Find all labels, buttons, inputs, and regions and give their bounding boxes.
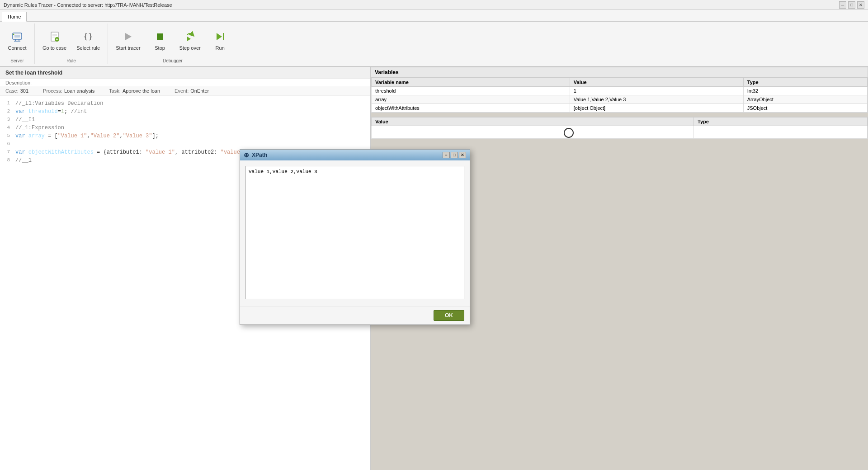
xpath-dialog-title: XPath bbox=[252, 152, 267, 158]
xpath-ok-button[interactable]: OK bbox=[434, 310, 464, 321]
dialog-close-button[interactable]: ✕ bbox=[459, 152, 466, 158]
dialog-title-left: ⊕ XPath bbox=[244, 151, 267, 159]
dialog-controls: − □ ✕ bbox=[443, 152, 466, 158]
dialog-body bbox=[240, 160, 470, 306]
dialog-footer: OK bbox=[240, 306, 470, 324]
dialog-maximize-button[interactable]: □ bbox=[451, 152, 458, 158]
xpath-content-textarea[interactable] bbox=[245, 166, 464, 299]
dialog-minimize-icon: − bbox=[445, 153, 447, 157]
dialog-maximize-icon: □ bbox=[453, 153, 455, 157]
dialog-title-bar: ⊕ XPath − □ ✕ bbox=[240, 150, 470, 160]
xpath-dialog-icon: ⊕ bbox=[244, 151, 249, 159]
dialog-minimize-button[interactable]: − bbox=[443, 152, 450, 158]
dialog-overlay: ⊕ XPath − □ ✕ OK bbox=[0, 0, 868, 470]
xpath-dialog: ⊕ XPath − □ ✕ OK bbox=[240, 149, 470, 325]
dialog-close-icon: ✕ bbox=[461, 153, 464, 157]
